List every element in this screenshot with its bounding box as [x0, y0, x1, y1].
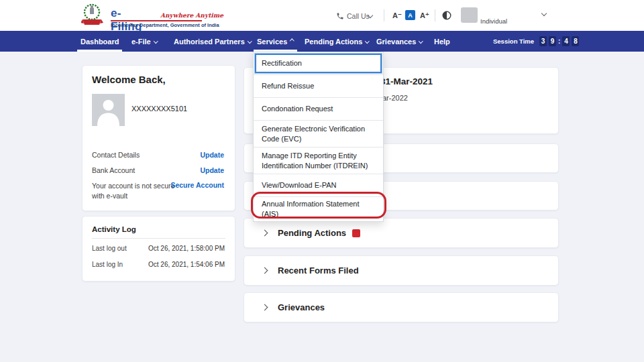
chevron-right-icon: [262, 267, 268, 274]
divider: [384, 9, 384, 21]
session-digit: 4: [562, 36, 570, 46]
secure-account-link[interactable]: Secure Account: [170, 181, 224, 189]
menu-item-generate-evc[interactable]: Generate Electronic Verification Code (E…: [254, 121, 383, 147]
phone-icon: [336, 12, 344, 20]
chevron-down-icon: [419, 39, 423, 43]
pending-actions-accordion-header[interactable]: Pending Actions: [244, 219, 558, 247]
pending-actions-title: Pending Actions: [278, 228, 346, 238]
bank-account-label: Bank Account: [92, 166, 135, 174]
top-bar: e-Filing Anywhere Anytime Income Tax Dep…: [0, 0, 644, 31]
session-digit: 8: [572, 36, 579, 46]
menu-item-manage-itdrein[interactable]: Manage ITD Reporting Entity Identificati…: [254, 147, 383, 174]
pending-actions-accordion: Pending Actions: [244, 218, 559, 248]
update-bank-link[interactable]: Update: [200, 166, 224, 174]
font-decrease-button[interactable]: A⁻: [392, 11, 402, 20]
pending-actions-badge: [352, 229, 360, 237]
last-logout-label: Last log out: [92, 245, 127, 252]
nav-item-grievances[interactable]: Grievances: [376, 31, 423, 52]
activity-log-card: Activity Log Last log out Oct 26, 2021, …: [82, 216, 235, 282]
last-login-value: Oct 26, 2021, 1:54:06 PM: [148, 261, 225, 268]
last-login-label: Last log In: [92, 261, 123, 268]
call-us-button[interactable]: Call Us: [347, 12, 370, 20]
session-timer: Session Time 3 9 : 4 8: [493, 31, 579, 52]
session-colon: :: [558, 38, 560, 45]
chevron-down-icon: [365, 39, 369, 43]
menu-item-refund-reissue[interactable]: Refund Reissue: [254, 75, 383, 98]
user-role-label: Individual: [480, 17, 507, 25]
evault-status-label: Your account is not secure with e-vault: [92, 181, 176, 200]
itr-secondary-text: ar-2022: [382, 94, 408, 102]
contrast-toggle-icon[interactable]: [442, 11, 451, 20]
brand-tagline: Anywhere Anytime: [160, 12, 223, 19]
session-digit: 3: [539, 36, 547, 46]
brand-divider: [111, 20, 202, 21]
session-digit: 9: [549, 36, 556, 46]
services-dropdown-menu: Rectification Refund Reissue Condonation…: [253, 52, 384, 222]
divider: [92, 238, 225, 239]
divider: [435, 9, 435, 21]
brand-subtitle: Income Tax Department, Government of Ind…: [111, 22, 219, 28]
font-increase-button[interactable]: A⁺: [420, 11, 429, 20]
nav-item-authorised-partners[interactable]: Authorised Partners: [174, 31, 251, 52]
profile-avatar-image: [92, 94, 125, 126]
masked-user-id: XXXXXXXX5101: [131, 105, 187, 113]
chevron-down-icon: [248, 39, 252, 43]
profile-card: Welcome Back, XXXXXXXX5101 Contact Detai…: [82, 65, 235, 211]
session-time-label: Session Time: [493, 38, 534, 45]
grievances-title: Grievances: [278, 302, 325, 312]
recent-forms-title: Recent Forms Filed: [278, 265, 359, 276]
menu-item-view-download-epan[interactable]: View/Download E-PAN: [254, 174, 383, 197]
chevron-down-icon: [154, 39, 158, 43]
nav-item-dashboard[interactable]: Dashboard: [80, 31, 119, 52]
recent-forms-accordion: Recent Forms Filed: [244, 255, 559, 286]
update-contact-link[interactable]: Update: [200, 151, 224, 159]
chevron-up-icon: [290, 39, 294, 43]
nav-item-efile[interactable]: e-File: [131, 31, 157, 52]
grievances-accordion: Grievances: [244, 292, 559, 322]
welcome-heading: Welcome Back,: [92, 74, 166, 85]
profile-chevron-down-icon[interactable]: [541, 11, 547, 16]
national-emblem-icon: [81, 3, 107, 28]
nav-item-services[interactable]: Services: [257, 31, 294, 52]
main-navbar: Dashboard e-File Authorised Partners Ser…: [0, 31, 644, 52]
itr-due-date-text: 31-Mar-2021: [380, 76, 433, 86]
efiling-portal-screen: e-Filing Anywhere Anytime Income Tax Dep…: [0, 0, 644, 362]
chevron-right-icon: [262, 304, 268, 311]
nav-item-pending-actions[interactable]: Pending Actions: [305, 31, 369, 52]
last-logout-value: Oct 26, 2021, 1:58:00 PM: [148, 245, 225, 252]
activity-log-heading: Activity Log: [92, 225, 136, 233]
menu-item-rectification[interactable]: Rectification: [254, 52, 383, 75]
recent-forms-accordion-header[interactable]: Recent Forms Filed: [244, 256, 558, 285]
contact-details-label: Contact Details: [92, 151, 140, 159]
menu-item-condonation-request[interactable]: Condonation Request: [254, 98, 383, 121]
nav-item-help[interactable]: Help: [434, 31, 450, 52]
grievances-accordion-header[interactable]: Grievances: [244, 293, 558, 322]
user-avatar[interactable]: [461, 7, 478, 23]
menu-item-annual-information-statement[interactable]: Annual Information Statement (AIS): [254, 197, 383, 221]
chevron-right-icon: [262, 230, 268, 237]
font-normal-button[interactable]: A: [405, 10, 415, 20]
